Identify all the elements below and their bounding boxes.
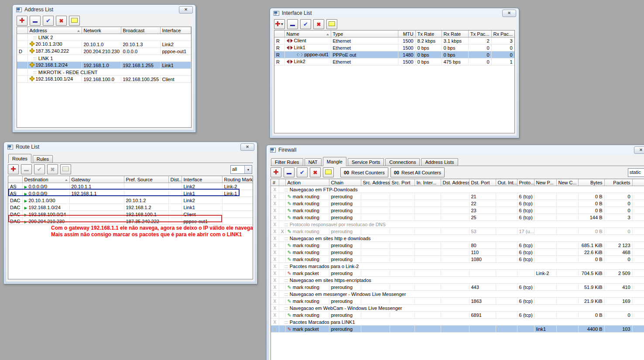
table-row[interactable]: X✎mark routingprerouting236 (tcp)0 B0: [271, 207, 644, 214]
table-row[interactable]: RLink1Ethernet15000 bps0 bps00: [274, 44, 514, 51]
column-header-bytes[interactable]: Bytes: [578, 179, 604, 186]
column-header-new-c-[interactable]: New C...: [556, 179, 578, 186]
column-header-mtu[interactable]: MTU: [398, 31, 415, 37]
column-header-rx-pac-[interactable]: Rx Pac...: [491, 31, 514, 37]
table-row[interactable]: X::: Navegacao em FTP-Downloads: [271, 186, 644, 193]
titlebar[interactable]: Route List ✕: [4, 142, 257, 152]
close-button[interactable]: ✕: [502, 10, 516, 17]
column-header-blank[interactable]: [632, 179, 644, 186]
column-header-interface[interactable]: Interface: [160, 27, 191, 34]
column-header-new-p-[interactable]: New P...: [534, 179, 556, 186]
comment-button[interactable]: [323, 167, 334, 177]
chevron-down-icon[interactable]: ▼: [244, 166, 252, 173]
column-header-interface[interactable]: Interface: [182, 176, 222, 183]
table-row[interactable]: X::: Navegacao em WebCam - Windows Live …: [271, 305, 644, 312]
column-header-rx-rate[interactable]: Rx Rate: [442, 31, 468, 37]
column-header-blank[interactable]: [17, 27, 27, 34]
table-row[interactable]: ::: MIKROTIK - REDE CLIENT: [17, 69, 191, 76]
table-row[interactable]: X✎mark routingprerouting18636 (tcp)21.9 …: [271, 298, 644, 305]
table-row[interactable]: AS▶0.0.0.0/0192.168.1.1Link1Link-1: [8, 190, 253, 197]
column-header-pref-source[interactable]: Pref. Source: [124, 176, 168, 183]
tab-mangle[interactable]: Mangle: [323, 157, 346, 166]
column-header-packets[interactable]: Packets: [604, 179, 632, 186]
remove-button[interactable]: [21, 164, 32, 174]
table-row[interactable]: X✎mark routingprerouting1106 (tcp)22.6 K…: [271, 249, 644, 256]
table-row[interactable]: DAC▶192.168.1.0/24192.168.1.2Link1: [8, 204, 253, 211]
add-button[interactable]: [8, 164, 19, 174]
comment-button[interactable]: [60, 164, 71, 174]
table-row[interactable]: ::: LINK 1: [17, 55, 191, 62]
disable-button[interactable]: ✖: [310, 167, 321, 177]
column-header-action[interactable]: Action: [285, 179, 329, 186]
column-header-address[interactable]: Address: [27, 27, 82, 34]
table-row[interactable]: X::: Pacotes marcados para o Link-2: [271, 263, 644, 270]
remove-button[interactable]: [284, 167, 295, 177]
tab-service-ports[interactable]: Service Ports: [348, 158, 384, 166]
tab-connections[interactable]: Connections: [385, 158, 420, 166]
table-row[interactable]: X✎mark routingprerouting226 (tcp)0 B0: [271, 200, 644, 207]
table-row[interactable]: X✎mark routingprerouting4436 (tcp)51.9 K…: [271, 284, 644, 291]
table-row[interactable]: AS▶0.0.0.0/020.10.1.1Link2Link-2: [8, 183, 253, 190]
titlebar[interactable]: Firewall ✕: [267, 145, 644, 155]
disable-button[interactable]: ✖: [47, 164, 58, 174]
column-header-dist-[interactable]: Dist...: [168, 176, 182, 183]
add-button[interactable]: [271, 167, 281, 177]
column-header-network[interactable]: Network: [82, 27, 121, 34]
column-header-dst-address[interactable]: Dst. Address: [441, 179, 469, 186]
column-header-routing-mark[interactable]: Routing Mark: [222, 176, 253, 183]
remove-button[interactable]: [287, 19, 298, 29]
enable-button[interactable]: ✔: [297, 167, 308, 177]
table-row[interactable]: X✎mark routingprerouting68916 (tcp)0 B0: [271, 312, 644, 319]
column-header-in-inter-[interactable]: In. Inter...: [414, 179, 441, 186]
tab-routes[interactable]: Routes: [8, 154, 31, 163]
table-row[interactable]: X✎mark routingprerouting216 (tcp)0 B0: [271, 193, 644, 200]
comment-button[interactable]: [326, 19, 337, 29]
table-row[interactable]: 20.10.1.2/3020.10.1.020.10.1.3Link2: [17, 41, 191, 48]
column-header-src-port[interactable]: Src. Port: [390, 179, 414, 186]
table-row[interactable]: DAC▶192.168.100.0/24192.168.100.1Client: [8, 211, 253, 218]
tab-rules[interactable]: Rules: [33, 155, 53, 163]
table-row[interactable]: X✎mark packetpreroutinglink14400 B103: [271, 326, 644, 333]
add-button[interactable]: [17, 16, 27, 26]
table-row[interactable]: D187.35.240.222200.204.210.2300.0.0.0ppp…: [17, 48, 191, 55]
column-header-broadcast[interactable]: Broadcast: [121, 27, 160, 34]
titlebar[interactable]: Address List ✕: [13, 5, 195, 14]
table-row[interactable]: Rpppoe-out1PPPoE out14800 bps0 bps00: [274, 51, 514, 58]
table-row[interactable]: X::: Pacotes Marcados para LINK1: [271, 319, 644, 326]
close-button[interactable]: ✕: [179, 6, 193, 14]
comment-button[interactable]: [69, 16, 80, 26]
tab-address-lists[interactable]: Address Lists: [421, 158, 458, 166]
table-row[interactable]: DAC▶20.10.1.0/3020.10.1.2Link2: [8, 197, 253, 204]
disable-button[interactable]: ✖: [313, 19, 324, 29]
column-header-type[interactable]: Type: [331, 31, 398, 37]
reset-counters-button[interactable]: 00Reset Counters: [340, 167, 388, 177]
add-button[interactable]: ▼: [274, 19, 285, 29]
column-header-src-address[interactable]: Src. Address: [361, 179, 390, 186]
table-row[interactable]: 192.168.100.1/24192.168.100.0192.168.100…: [17, 76, 191, 83]
column-header-#[interactable]: #: [271, 179, 279, 186]
table-row[interactable]: ::: LINK 2: [17, 34, 191, 41]
table-row[interactable]: X✎mark routingprerouting10806 (tcp)0 B0: [271, 256, 644, 263]
column-header-blank[interactable]: [274, 31, 284, 37]
table-row[interactable]: X✎mark routingprerouting256 (tcp)144 B3: [271, 214, 644, 221]
column-header-out-int-[interactable]: Out. Int...: [496, 179, 517, 186]
tab-nat[interactable]: NAT: [305, 158, 322, 166]
column-header-gateway[interactable]: Gateway: [69, 176, 124, 183]
column-header-tx-rate[interactable]: Tx Rate: [415, 31, 442, 37]
remove-button[interactable]: [30, 16, 41, 26]
table-row[interactable]: XX✎mark routingprerouting5317 (u...0 B0: [271, 228, 644, 235]
column-header-chain[interactable]: Chain: [329, 179, 361, 186]
route-filter-dropdown[interactable]: all ▼: [230, 165, 252, 174]
table-row[interactable]: X::: Navegacao em sites http e downloads: [271, 235, 644, 242]
column-header-dst-port[interactable]: Dst. Port: [469, 179, 496, 186]
table-row[interactable]: X::: Protocolo responsavel por resolucao…: [271, 221, 644, 228]
table-row[interactable]: RClientEthernet15008.2 kbps3.1 kbps23: [274, 37, 514, 44]
table-row[interactable]: X✎mark routingprerouting806 (tcp)685.1 K…: [271, 242, 644, 249]
column-header-name[interactable]: Name: [284, 31, 331, 37]
table-row[interactable]: RLink2Ethernet15000 bps475 bps01: [274, 58, 514, 65]
titlebar[interactable]: Interface List ✕: [270, 8, 519, 18]
close-button[interactable]: ✕: [240, 143, 254, 151]
column-header-blank[interactable]: [279, 179, 285, 186]
tab-filter-rules[interactable]: Filter Rules: [271, 158, 303, 166]
column-header-blank[interactable]: [8, 176, 22, 183]
